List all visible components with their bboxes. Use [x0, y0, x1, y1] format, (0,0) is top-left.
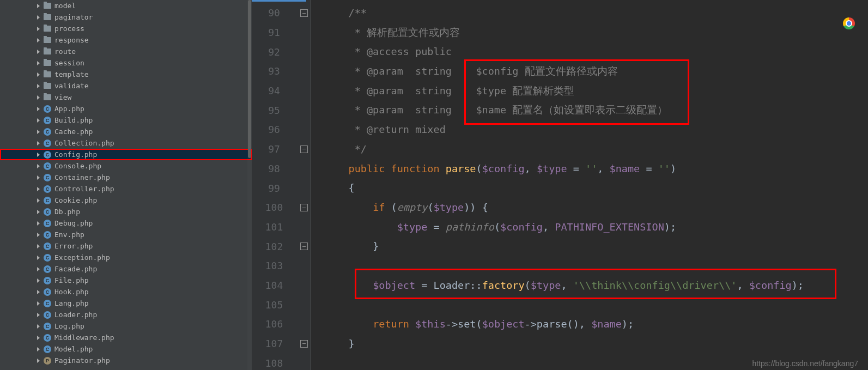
tree-item-container-php[interactable]: CContainer.php [0, 172, 252, 183]
line-number[interactable]: 107 [252, 334, 296, 354]
tree-item-controller-php[interactable]: CController.php [0, 183, 252, 195]
tree-item-session[interactable]: session [0, 57, 252, 69]
expand-arrow-icon[interactable] [37, 130, 40, 134]
line-number[interactable]: 97 [252, 139, 296, 159]
line-number[interactable]: 100 [252, 198, 296, 217]
file-tree-panel[interactable]: modelpaginatorprocessresponseroutesessio… [0, 0, 252, 370]
line-number[interactable]: 98 [252, 159, 296, 179]
tree-item-cookie-php[interactable]: CCookie.php [0, 195, 252, 206]
line-number[interactable]: 103 [252, 256, 296, 276]
tree-item-console-php[interactable]: CConsole.php [0, 160, 252, 172]
code-line-105[interactable] [311, 295, 868, 314]
expand-arrow-icon[interactable] [37, 301, 40, 306]
sidebar-scrollbar-track[interactable] [247, 0, 252, 370]
code-line-104[interactable]: $object = Loader::factory($type, '\\thin… [311, 276, 868, 295]
fold-toggle-icon[interactable] [300, 9, 308, 17]
sidebar-scrollbar-thumb[interactable] [248, 0, 251, 158]
tree-item-loader-php[interactable]: CLoader.php [0, 309, 252, 320]
tree-item-error-php[interactable]: CError.php [0, 240, 252, 252]
tree-item-exception-php[interactable]: CException.php [0, 252, 252, 263]
line-number[interactable]: 96 [252, 120, 296, 139]
fold-toggle-icon[interactable] [300, 242, 308, 250]
expand-arrow-icon[interactable] [37, 50, 40, 54]
code-editor[interactable]: 9091929394959697989910010110210310410510… [252, 0, 868, 370]
tree-item-process[interactable]: process [0, 23, 252, 34]
tree-item-lang-php[interactable]: CLang.php [0, 298, 252, 309]
expand-arrow-icon[interactable] [37, 210, 40, 214]
code-line-103[interactable] [311, 256, 868, 276]
expand-arrow-icon[interactable] [37, 221, 40, 226]
expand-arrow-icon[interactable] [37, 175, 40, 180]
expand-arrow-icon[interactable] [37, 153, 40, 157]
code-line-101[interactable]: $type = pathinfo($config, PATHINFO_EXTEN… [311, 217, 868, 237]
tree-item-build-php[interactable]: CBuild.php [0, 114, 252, 126]
tree-item-paginator-php[interactable]: PPaginator.php [0, 355, 252, 366]
code-line-102[interactable]: } [311, 236, 868, 256]
line-number[interactable]: 91 [252, 23, 296, 43]
tree-item-db-php[interactable]: CDb.php [0, 206, 252, 217]
tree-item-view[interactable]: view [0, 92, 252, 103]
fold-toggle-icon[interactable] [300, 340, 308, 348]
expand-arrow-icon[interactable] [37, 347, 40, 351]
line-number[interactable]: 95 [252, 100, 296, 120]
expand-arrow-icon[interactable] [37, 107, 40, 111]
expand-arrow-icon[interactable] [37, 164, 40, 168]
line-number[interactable]: 102 [252, 236, 296, 256]
expand-arrow-icon[interactable] [37, 198, 40, 203]
code-area[interactable]: /** * 解析配置文件或内容 * @access public * @para… [311, 0, 868, 370]
fold-gutter[interactable] [296, 0, 311, 370]
line-number[interactable]: 99 [252, 178, 296, 198]
line-number[interactable]: 92 [252, 42, 296, 62]
expand-arrow-icon[interactable] [37, 84, 40, 88]
code-line-95[interactable]: * @param string $name 配置名（如设置即表示二级配置） [311, 100, 868, 120]
expand-arrow-icon[interactable] [37, 267, 40, 271]
code-line-96[interactable]: * @return mixed [311, 120, 868, 139]
tree-item-cache-php[interactable]: CCache.php [0, 126, 252, 137]
line-number[interactable]: 94 [252, 81, 296, 101]
tree-item-debug-php[interactable]: CDebug.php [0, 217, 252, 229]
code-line-106[interactable]: return $this->set($object->parse(), $nam… [311, 314, 868, 334]
tree-item-file-php[interactable]: CFile.php [0, 275, 252, 286]
tree-item-facade-php[interactable]: CFacade.php [0, 263, 252, 275]
tree-item-model[interactable]: model [0, 0, 252, 11]
tree-item-env-php[interactable]: CEnv.php [0, 229, 252, 240]
expand-arrow-icon[interactable] [37, 324, 40, 329]
line-number[interactable]: 108 [252, 353, 296, 370]
code-line-99[interactable]: { [311, 178, 868, 198]
fold-toggle-icon[interactable] [300, 145, 308, 153]
expand-arrow-icon[interactable] [37, 313, 40, 317]
expand-arrow-icon[interactable] [37, 187, 40, 191]
tree-item-middleware-php[interactable]: CMiddleware.php [0, 332, 252, 343]
expand-arrow-icon[interactable] [37, 118, 40, 123]
expand-arrow-icon[interactable] [37, 256, 40, 260]
expand-arrow-icon[interactable] [37, 336, 40, 340]
expand-arrow-icon[interactable] [37, 38, 40, 43]
line-number[interactable]: 93 [252, 62, 296, 81]
line-number[interactable]: 104 [252, 276, 296, 295]
code-line-91[interactable]: * 解析配置文件或内容 [311, 23, 868, 43]
expand-arrow-icon[interactable] [37, 27, 40, 31]
tree-item-collection-php[interactable]: CCollection.php [0, 137, 252, 149]
expand-arrow-icon[interactable] [37, 15, 40, 20]
tree-item-log-php[interactable]: CLog.php [0, 320, 252, 332]
code-line-93[interactable]: * @param string $config 配置文件路径或内容 [311, 62, 868, 81]
line-number-gutter[interactable]: 9091929394959697989910010110210310410510… [252, 0, 296, 370]
tree-item-app-php[interactable]: CApp.php [0, 103, 252, 114]
line-number[interactable]: 106 [252, 314, 296, 334]
expand-arrow-icon[interactable] [37, 244, 40, 248]
code-line-98[interactable]: public function parse($config, $type = '… [311, 159, 868, 179]
expand-arrow-icon[interactable] [37, 233, 40, 237]
code-line-92[interactable]: * @access public [311, 42, 868, 62]
tree-item-template[interactable]: template [0, 69, 252, 80]
code-line-94[interactable]: * @param string $type 配置解析类型 [311, 81, 868, 101]
expand-arrow-icon[interactable] [37, 4, 40, 8]
line-number[interactable]: 90 [252, 3, 296, 23]
expand-arrow-icon[interactable] [37, 61, 40, 65]
code-line-90[interactable]: /** [311, 3, 868, 23]
expand-arrow-icon[interactable] [37, 141, 40, 145]
fold-toggle-icon[interactable] [300, 204, 308, 211]
tree-item-model-php[interactable]: CModel.php [0, 343, 252, 355]
tree-item-response[interactable]: response [0, 34, 252, 46]
tree-item-hook-php[interactable]: CHook.php [0, 286, 252, 298]
expand-arrow-icon[interactable] [37, 290, 40, 294]
